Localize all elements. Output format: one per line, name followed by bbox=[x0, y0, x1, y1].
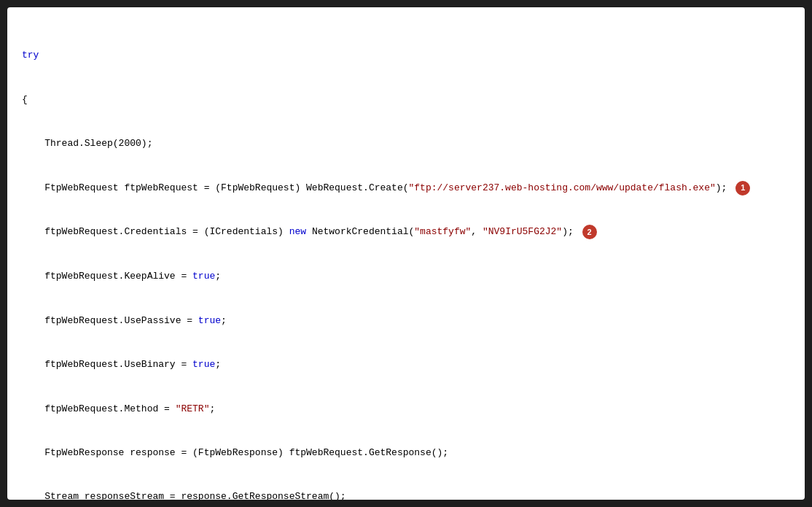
line-response: FtpWebResponse response = (FtpWebRespons… bbox=[22, 446, 790, 460]
annotation-1: 1 bbox=[735, 181, 750, 196]
line-usepassive: ftpWebRequest.UsePassive = true; bbox=[22, 314, 790, 328]
line-method: ftpWebRequest.Method = "RETR"; bbox=[22, 402, 790, 417]
line-open1: { bbox=[22, 93, 790, 107]
line-credentials: ftpWebRequest.Credentials = (ICredential… bbox=[22, 225, 790, 240]
line-ftpreq: FtpWebRequest ftpWebRequest = (FtpWebReq… bbox=[22, 181, 790, 196]
line-keepalive: ftpWebRequest.KeepAlive = true; bbox=[22, 269, 790, 284]
line-sleep: Thread.Sleep(2000); bbox=[22, 136, 790, 151]
code-container: try { Thread.Sleep(2000); FtpWebRequest … bbox=[7, 7, 805, 500]
code-block: try { Thread.Sleep(2000); FtpWebRequest … bbox=[22, 19, 790, 500]
annotation-2: 2 bbox=[582, 225, 597, 239]
line-stream: Stream responseStream = response.GetResp… bbox=[22, 489, 790, 500]
line-usebinary: ftpWebRequest.UseBinary = true; bbox=[22, 357, 790, 372]
line-try: try bbox=[22, 48, 790, 63]
